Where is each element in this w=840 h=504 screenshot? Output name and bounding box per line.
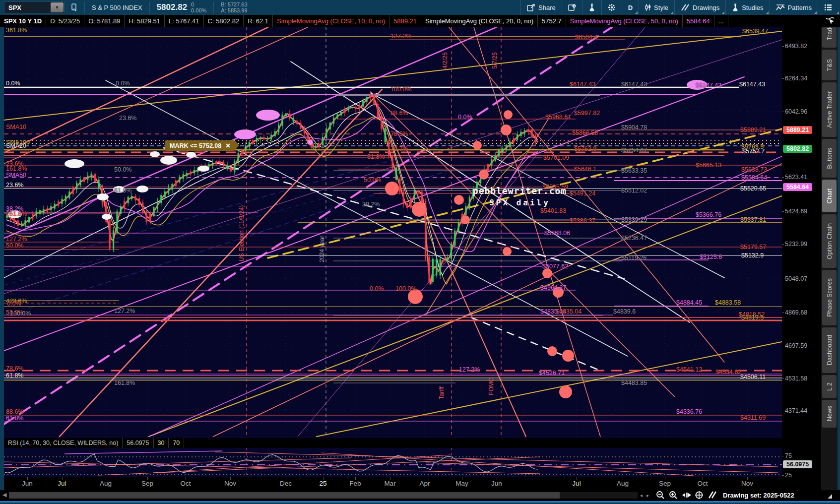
drawing-tools-icon[interactable] bbox=[708, 491, 717, 501]
symbol-text[interactable]: SPX bbox=[4, 4, 51, 11]
resize-corner[interactable] bbox=[828, 494, 832, 499]
study-label[interactable]: SimpleMovingAvg (CLOSE, 10, 0, no) bbox=[273, 15, 389, 27]
sidebar-tab-news[interactable]: News bbox=[822, 400, 837, 428]
axis-tick-label: 4869.68 bbox=[785, 309, 807, 316]
horizontal-scrollbar[interactable] bbox=[9, 492, 638, 499]
month-label: Aug bbox=[617, 480, 629, 487]
rsi-canvas[interactable] bbox=[4, 448, 782, 477]
month-label: Jul bbox=[572, 480, 581, 487]
zoom-in-icon[interactable] bbox=[669, 491, 678, 502]
top-toolbar: SPX ▼ S & P 500 INDEX 5802.82 00.00% B: … bbox=[0, 0, 840, 15]
sidebar-tab-chart[interactable]: Chart bbox=[822, 180, 837, 212]
more-studies-button[interactable]: ... bbox=[714, 15, 728, 27]
studies-label: Studies bbox=[742, 4, 763, 11]
chart-header: SPX 10 Y 1D D: 5/23/25O: 5781.89H: 5829.… bbox=[0, 15, 840, 27]
dropdown-corner bbox=[837, 11, 839, 14]
zoom-out-icon[interactable] bbox=[656, 491, 665, 502]
scroll-left-icon[interactable]: ◀ bbox=[2, 492, 6, 498]
rsi-study-label[interactable]: RSI (14, 70, 30, CLOSE, WILDERS, no) bbox=[4, 438, 123, 448]
pan-icon[interactable] bbox=[695, 491, 704, 502]
study-label[interactable]: SimpleMovingAvg (CLOSE, 50, 0, no) bbox=[566, 15, 683, 27]
sidebar-tab-label: L 2 bbox=[826, 382, 833, 391]
ohlc-field: O: 5781.89 bbox=[84, 15, 125, 27]
cursor-tool-icon[interactable] bbox=[820, 15, 840, 27]
study-label[interactable]: SimpleMovingAvg (CLOSE, 20, 0, no) bbox=[421, 15, 538, 27]
bottom-bar: ◀ ◂ ▸ Drawing set: 2025-0522 bbox=[0, 490, 840, 501]
ohlc-fields: D: 5/23/25O: 5781.89H: 5829.51L: 5767.41… bbox=[46, 15, 273, 27]
chart-canvas[interactable] bbox=[4, 27, 782, 438]
sidebar-tab-option-chain[interactable]: Option Chain bbox=[822, 214, 837, 268]
axis-tick-mark bbox=[782, 244, 784, 245]
axis-tick-label: 6264.34 bbox=[785, 75, 807, 82]
ohlc-field: R: 62.1 bbox=[244, 15, 273, 27]
grid-menu-button[interactable] bbox=[818, 0, 840, 15]
drawings-button[interactable]: Drawings bbox=[674, 0, 725, 15]
sidebar-tab-t-s[interactable]: T&S bbox=[822, 50, 837, 80]
axis-tick-mark bbox=[782, 112, 784, 112]
ohlc-field: D: 5/23/25 bbox=[46, 15, 84, 27]
price-axis[interactable]: 6493.826264.346042.965623.415424.695232.… bbox=[782, 27, 821, 490]
page-left-icon[interactable]: ◂ bbox=[640, 493, 643, 498]
study-value: 5752.7 bbox=[538, 15, 566, 27]
patterns-label: Patterns bbox=[788, 4, 812, 11]
axis-tick-mark bbox=[782, 177, 784, 178]
rsi-lower-threshold: 30 bbox=[154, 438, 169, 448]
time-axis[interactable]: JunJulAugSepOctNovDec25FebMarAprMayJunJu… bbox=[4, 477, 782, 490]
sidebar-tab-l-2[interactable]: L 2 bbox=[822, 375, 837, 398]
axis-tick-mark bbox=[782, 346, 784, 346]
separator bbox=[149, 2, 150, 13]
month-label: Sep bbox=[659, 480, 671, 487]
timeframe-label: D bbox=[628, 4, 633, 11]
month-label: Aug bbox=[100, 480, 112, 487]
price-bubble: 5802.82 bbox=[783, 145, 812, 153]
sidebar-tab-label: Active Trader bbox=[826, 91, 833, 128]
sidebar-tab-buttons[interactable]: Buttons bbox=[822, 139, 837, 178]
month-label: Feb bbox=[349, 480, 361, 487]
thinkorswim-window: SPX ▼ S & P 500 INDEX 5802.82 00.00% B: … bbox=[0, 0, 840, 504]
studies-button[interactable]: Studies bbox=[725, 0, 769, 15]
study-value: 5889.21 bbox=[389, 15, 421, 27]
month-label: Nov bbox=[741, 480, 753, 487]
share-button[interactable]: Share bbox=[520, 0, 562, 15]
month-label: Dec bbox=[280, 480, 292, 487]
axis-tick-mark bbox=[782, 313, 784, 313]
symbol-dropdown-icon[interactable]: ▼ bbox=[51, 2, 64, 12]
mark-alert-text: MARK <= 5752.08 bbox=[170, 142, 221, 149]
sidebar-tab-label: Phase Scores bbox=[826, 278, 833, 317]
sidebar-tab-label: Chart bbox=[826, 189, 833, 204]
month-label: Oct bbox=[697, 480, 708, 487]
symbol-input[interactable]: SPX ▼ bbox=[4, 1, 65, 13]
sidebar-tab-dashboard[interactable]: Dashboard bbox=[822, 327, 837, 373]
notes-button[interactable]: i bbox=[562, 0, 582, 15]
sidebar-tab-active-trader[interactable]: Active Trader bbox=[822, 82, 837, 137]
patterns-button[interactable]: Patterns bbox=[770, 0, 818, 15]
rsi-upper-threshold: 70 bbox=[169, 438, 184, 448]
axis-tick-label: 5048.07 bbox=[785, 275, 807, 282]
ohlc-field: H: 5829.51 bbox=[125, 15, 165, 27]
timeframe-button[interactable]: D bbox=[622, 0, 639, 15]
axis-tick-mark bbox=[782, 46, 784, 47]
month-label: May bbox=[455, 480, 468, 487]
change-percent: 0.00% bbox=[191, 7, 206, 13]
scrollbar-thumb[interactable] bbox=[9, 492, 560, 499]
expand-horizontal-icon[interactable] bbox=[682, 491, 692, 502]
dropdown-corner bbox=[766, 11, 769, 14]
style-button[interactable]: Style bbox=[639, 0, 674, 15]
axis-tick-mark bbox=[782, 475, 784, 476]
page-right-icon[interactable]: ▸ bbox=[646, 493, 649, 498]
analyze-flask-button[interactable] bbox=[582, 0, 601, 15]
drawing-set-label[interactable]: Drawing set: 2025-0522 bbox=[723, 492, 794, 499]
mark-alert-bubble[interactable]: MARK <= 5752.08 ✕ bbox=[165, 140, 235, 151]
axis-tick-mark bbox=[782, 411, 784, 411]
link-icon[interactable] bbox=[68, 3, 79, 11]
sidebar-tab-phase-scores[interactable]: Phase Scores bbox=[822, 270, 837, 325]
axis-tick-label: 4697.59 bbox=[785, 342, 807, 349]
axis-tick-label: 75 bbox=[785, 452, 792, 459]
sidebar-tab-label: Dashboard bbox=[826, 335, 833, 365]
settings-gear-button[interactable] bbox=[601, 0, 622, 15]
axis-tick-label: 4371.44 bbox=[785, 407, 807, 414]
axis-tick-label: 5424.69 bbox=[785, 208, 807, 215]
month-label: Jun bbox=[22, 480, 33, 487]
mark-close-icon[interactable]: ✕ bbox=[225, 142, 230, 149]
month-label: 25 bbox=[319, 480, 326, 487]
